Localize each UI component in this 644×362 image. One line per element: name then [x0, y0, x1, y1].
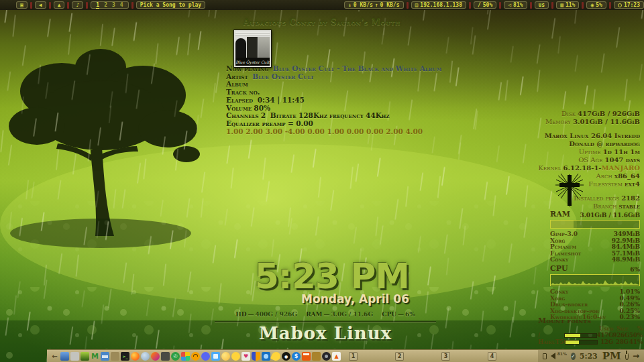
settings-app-icon[interactable]	[70, 352, 79, 361]
hd-label: HD	[235, 311, 246, 318]
banana-icon[interactable]	[270, 350, 282, 361]
tray-clock-time[interactable]: 5:23	[580, 352, 598, 361]
power-button[interactable]	[625, 353, 629, 360]
cpu-graph	[550, 274, 640, 286]
camera-app-icon[interactable]	[262, 352, 270, 361]
file-manager-icon[interactable]	[101, 352, 109, 361]
tray-speaker-icon[interactable]	[551, 353, 555, 359]
shield-icon[interactable]	[252, 352, 260, 361]
package-box-icon[interactable]	[312, 352, 321, 361]
music-player-button[interactable]: ♪	[72, 1, 83, 9]
timer-icon[interactable]: ●	[282, 352, 290, 361]
cpu-value: 5%	[596, 2, 602, 8]
ram-bar	[550, 220, 640, 229]
song-picker-button[interactable]: Pick a Song to play	[136, 1, 206, 9]
emoji-app-icon[interactable]	[231, 352, 240, 361]
panel-separator	[469, 2, 471, 9]
taskbar-workspace-4[interactable]: 4	[488, 352, 496, 361]
audacious-headphones-icon[interactable]	[191, 352, 200, 361]
net-up-value: 0 KB/s	[380, 2, 400, 8]
mount-used: 417G	[597, 332, 613, 339]
updates-ok-icon[interactable]: ✓	[571, 353, 576, 360]
disk-value: 417GiB / 926GiB	[578, 110, 640, 117]
mount-size: 28G	[613, 339, 629, 345]
uptime-label: Uptime	[579, 148, 601, 156]
cpu-indicator[interactable]: ◉ 5%	[586, 1, 606, 9]
now-playing-panel: Now playing Blue Oyster Cult - The Black…	[226, 65, 451, 135]
artist-value: Blue Oyster Cult	[252, 72, 314, 80]
display-icon[interactable]	[543, 353, 547, 359]
os-age-line: OS Age 1047 days	[539, 156, 640, 164]
screenshot-shutter-icon[interactable]	[322, 352, 331, 361]
clipboard-health-icon[interactable]: ♥	[241, 352, 250, 361]
panel-separator	[609, 2, 611, 9]
ip-indicator[interactable]: ▤ 192.168.1.138	[411, 1, 466, 9]
cpu-header: CPU 6%	[550, 264, 640, 273]
firefox-icon[interactable]	[131, 352, 140, 361]
photos-app-icon[interactable]	[211, 352, 220, 361]
workspace-4[interactable]: 4	[120, 2, 123, 8]
logout-arrow-button[interactable]: →	[633, 352, 639, 360]
memory-line: Memory 3.01GiB / 11.6GiB	[539, 118, 640, 126]
kernel-label: Kernel	[539, 164, 561, 172]
branch-value: stable	[619, 202, 641, 210]
panel-collapse-icon[interactable]: ←	[50, 352, 59, 361]
workspace-1[interactable]: 1	[96, 2, 99, 9]
taskbar-workspace-1[interactable]: 1	[349, 352, 358, 361]
equalizer-bands-line: 1.00 2.00 3.00 -4.00 0.00 1.00 0.00 0.00…	[226, 128, 451, 136]
user-host-line: Donald @ ripwardog	[539, 140, 640, 148]
workspace-3[interactable]: 3	[112, 2, 115, 8]
calendar-icon[interactable]	[302, 352, 311, 361]
mount-points-panel: Mount points Used Size % / 417G 926G 50%…	[538, 316, 643, 345]
system-tray: 81% ✓ 5:23 PM →	[538, 350, 644, 362]
timeshift-icon[interactable]: ◴	[171, 352, 180, 361]
music-note-icon: ♪	[76, 3, 79, 8]
mount-row: / 417G 926G 50%	[538, 332, 643, 339]
os-age-label: OS Age	[578, 156, 602, 164]
updates-button[interactable]: ▲	[54, 1, 65, 9]
elapsed-value: 0:34 | 11:45	[258, 96, 305, 104]
vlc-icon[interactable]: ▲	[332, 352, 341, 361]
album-art-center	[247, 37, 258, 58]
cpu-label: CPU	[382, 311, 396, 318]
discord-icon[interactable]	[201, 352, 210, 361]
network-icon: ▤	[415, 3, 419, 8]
panel-separator	[131, 2, 133, 9]
album-art-artwork	[235, 36, 270, 58]
mount-size: 926G	[613, 332, 629, 339]
size-column-header: Size	[613, 325, 629, 332]
workspace-2[interactable]: 2	[104, 2, 107, 8]
keyboard-layout-indicator[interactable]: us	[535, 1, 549, 9]
taskbar-workspace-3[interactable]: 3	[441, 352, 450, 361]
finance-app-icon[interactable]: $	[292, 352, 301, 361]
show-desktop-button[interactable]: ▣	[16, 1, 28, 9]
uptime-value: 1d 11h 1m	[603, 148, 640, 156]
media-prev-button[interactable]: ◀	[35, 1, 46, 9]
mabox-menu-icon[interactable]: M	[91, 352, 99, 361]
memory-indicator[interactable]: ▦ 11%	[556, 1, 579, 9]
footer-divider	[215, 321, 436, 322]
utility-app-icon[interactable]	[161, 352, 170, 361]
root-usage-indicator[interactable]: / 50%	[474, 1, 496, 9]
installed-pkgs-value: 2182	[621, 194, 640, 202]
net-speed-indicator[interactable]: ↓ 0 KB/s ↑ 0 KB/s	[344, 1, 403, 9]
mount-name: /	[538, 332, 564, 339]
desktop-clock-time: 5:23 PM	[255, 256, 409, 296]
browser-globe-icon[interactable]	[141, 352, 150, 361]
wallpaper-app-icon[interactable]	[80, 352, 89, 361]
cpu-title: CPU	[550, 264, 568, 273]
clock-indicator[interactable]: 17:23	[614, 1, 644, 9]
mount-usage-fill	[566, 341, 579, 344]
desktop-clock-widget: 5:23 PM Monday, April 06	[255, 256, 409, 306]
kernel-line: Kernel 6.12.18-1-MANJARO	[539, 164, 640, 172]
music-app-icon[interactable]	[151, 352, 160, 361]
folder-icon[interactable]	[111, 352, 119, 361]
volume-indicator[interactable]: ◁ 81%	[504, 1, 527, 9]
taskbar-workspace-2[interactable]: 2	[395, 352, 404, 361]
color-palette-icon[interactable]	[181, 352, 190, 361]
window-manager-icon[interactable]	[60, 352, 69, 361]
yellow-bird-icon[interactable]	[221, 352, 230, 361]
os-age-value: 1047 days	[604, 156, 640, 164]
tray-clock-ampm[interactable]: PM	[602, 350, 621, 362]
terminal-icon[interactable]: >_	[121, 352, 129, 361]
